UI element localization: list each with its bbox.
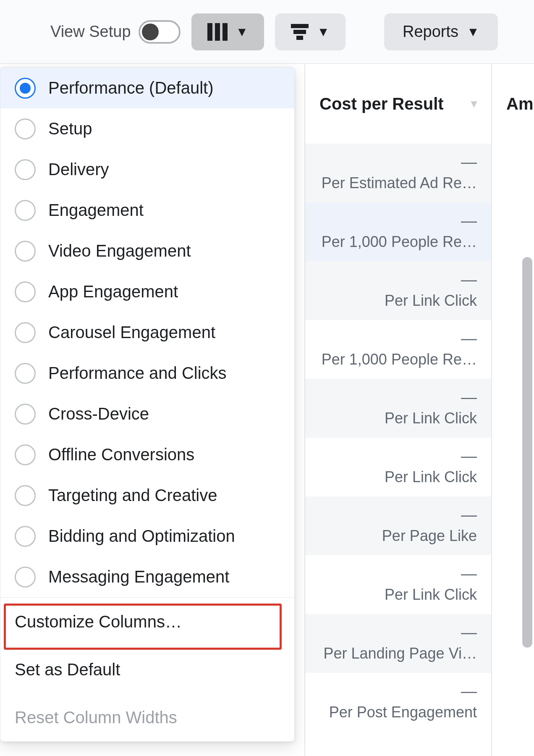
option-label: Delivery xyxy=(48,160,109,179)
table-row[interactable]: — Per Link Click xyxy=(305,555,491,614)
option-label: Targeting and Creative xyxy=(48,486,217,505)
option-label: Engagement xyxy=(48,201,144,220)
action-label: Customize Columns… xyxy=(15,612,182,631)
action-label: Reset Column Widths xyxy=(15,708,177,727)
set-as-default-action[interactable]: Set as Default xyxy=(0,646,294,693)
chevron-down-icon: ▼ xyxy=(317,25,330,39)
view-setup-toggle-group: View Setup xyxy=(50,20,181,44)
preset-option-engagement[interactable]: Engagement xyxy=(0,190,294,231)
sort-icon[interactable]: ▼ xyxy=(469,97,479,110)
preset-option-targeting-and-creative[interactable]: Targeting and Creative xyxy=(0,475,294,516)
option-label: Video Engagement xyxy=(48,242,191,260)
radio-icon xyxy=(15,444,36,465)
radio-icon xyxy=(15,526,36,547)
cell-subtext: Per Link Click xyxy=(385,586,477,604)
columns-dropdown-button[interactable]: ▼ xyxy=(191,13,264,50)
radio-icon xyxy=(15,241,36,262)
preset-option-offline-conversions[interactable]: Offline Conversions xyxy=(0,434,294,475)
column-header-cost-per-result[interactable]: Cost per Result ▼ xyxy=(305,64,491,144)
preset-option-performance-default[interactable]: Performance (Default) xyxy=(0,68,294,108)
preset-option-video-engagement[interactable]: Video Engagement xyxy=(0,231,294,271)
toggle-knob xyxy=(142,24,159,40)
reports-dropdown-button[interactable]: Reports ▼ xyxy=(384,13,498,50)
table-row[interactable]: — Per 1,000 People Re… xyxy=(305,202,491,261)
cell-value: — xyxy=(461,389,477,405)
radio-icon xyxy=(15,567,36,588)
columns-icon xyxy=(207,23,228,41)
radio-icon xyxy=(15,363,36,384)
column-header-amount-spent[interactable]: Am xyxy=(492,64,534,144)
vertical-scrollbar[interactable] xyxy=(522,257,532,648)
option-label: Setup xyxy=(48,119,92,138)
view-setup-label: View Setup xyxy=(50,23,131,41)
preset-option-messaging-engagement[interactable]: Messaging Engagement xyxy=(0,556,294,597)
option-label: Messaging Engagement xyxy=(48,567,229,586)
preset-option-cross-device[interactable]: Cross-Device xyxy=(0,394,294,434)
action-label: Set as Default xyxy=(15,660,120,679)
cell-subtext: Per 1,000 People Re… xyxy=(322,351,477,368)
customize-columns-action[interactable]: Customize Columns… xyxy=(0,598,294,646)
cell-value: — xyxy=(461,566,477,582)
column-divider xyxy=(491,64,492,756)
preset-option-performance-and-clicks[interactable]: Performance and Clicks xyxy=(0,353,294,394)
table-row[interactable]: — Per 1,000 People Re… xyxy=(305,320,491,379)
table-row[interactable]: — Per Link Click xyxy=(305,379,491,438)
cell-subtext: Per Landing Page Vi… xyxy=(323,645,477,662)
columns-preset-dropdown: Performance (Default) Setup Delivery Eng… xyxy=(0,67,295,742)
reset-column-widths-action[interactable]: Reset Column Widths xyxy=(0,693,294,741)
preset-option-app-engagement[interactable]: App Engagement xyxy=(0,271,294,312)
chevron-down-icon: ▼ xyxy=(467,25,479,39)
cell-value: — xyxy=(461,448,477,464)
cell-subtext: Per Page Like xyxy=(382,527,477,545)
toolbar: View Setup ▼ ▼ Reports ▼ xyxy=(0,0,534,64)
radio-icon xyxy=(15,281,36,302)
option-label: Cross-Device xyxy=(48,404,149,423)
radio-icon xyxy=(15,322,36,343)
radio-icon xyxy=(15,404,36,425)
cell-subtext: Per 1,000 People Re… xyxy=(322,233,477,251)
radio-icon xyxy=(15,159,36,180)
radio-icon xyxy=(15,118,36,139)
cell-value: — xyxy=(461,154,477,170)
cell-subtext: Per Link Click xyxy=(385,410,477,427)
preset-option-bidding-and-optimization[interactable]: Bidding and Optimization xyxy=(0,516,294,556)
cell-value: — xyxy=(461,331,477,346)
radio-icon xyxy=(15,78,36,99)
reports-label: Reports xyxy=(403,23,458,41)
column-header-label: Cost per Result xyxy=(319,94,444,113)
table-row[interactable]: — Per Post Engagement xyxy=(305,673,491,732)
radio-icon xyxy=(15,200,36,221)
option-label: Carousel Engagement xyxy=(48,323,215,342)
option-label: Bidding and Optimization xyxy=(48,527,235,546)
breakdown-dropdown-button[interactable]: ▼ xyxy=(275,13,346,50)
chevron-down-icon: ▼ xyxy=(236,25,249,39)
view-setup-toggle[interactable] xyxy=(139,20,181,44)
preset-option-setup[interactable]: Setup xyxy=(0,108,294,149)
preset-option-delivery[interactable]: Delivery xyxy=(0,149,294,190)
table-row[interactable]: — Per Landing Page Vi… xyxy=(305,614,491,673)
cell-subtext: Per Link Click xyxy=(385,468,477,486)
cell-value: — xyxy=(461,625,477,640)
cell-value: — xyxy=(461,213,477,229)
cell-subtext: Per Post Engagement xyxy=(329,704,477,721)
option-label: Performance and Clicks xyxy=(48,364,227,383)
cell-subtext: Per Estimated Ad Re… xyxy=(322,174,477,192)
column-header-label: Am xyxy=(506,94,533,113)
table-row[interactable]: — Per Page Like xyxy=(305,496,491,555)
table-row[interactable]: — Per Link Click xyxy=(305,438,491,496)
cell-value: — xyxy=(461,683,477,699)
radio-icon xyxy=(15,485,36,506)
table-rows: — Per Estimated Ad Re… — Per 1,000 Peopl… xyxy=(305,144,491,756)
preset-option-carousel-engagement[interactable]: Carousel Engagement xyxy=(0,312,294,353)
option-label: Offline Conversions xyxy=(48,445,194,464)
table-row[interactable]: — Per Estimated Ad Re… xyxy=(305,144,491,202)
option-label: Performance (Default) xyxy=(48,79,213,97)
option-label: App Engagement xyxy=(48,282,178,301)
breakdown-icon xyxy=(291,24,309,40)
cell-value: — xyxy=(461,507,477,523)
table-row[interactable]: — Per Link Click xyxy=(305,261,491,320)
cell-value: — xyxy=(461,272,477,288)
cell-subtext: Per Link Click xyxy=(385,292,477,310)
